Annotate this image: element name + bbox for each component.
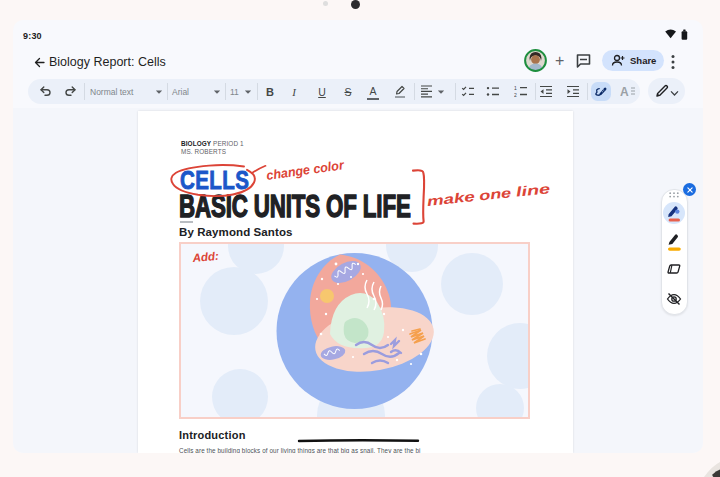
svg-text:one: one bbox=[478, 185, 512, 203]
svg-text:line: line bbox=[515, 181, 551, 200]
svg-text:make: make bbox=[426, 189, 476, 209]
svg-text:change color: change color bbox=[265, 157, 345, 183]
svg-text:Add:: Add: bbox=[191, 250, 219, 264]
